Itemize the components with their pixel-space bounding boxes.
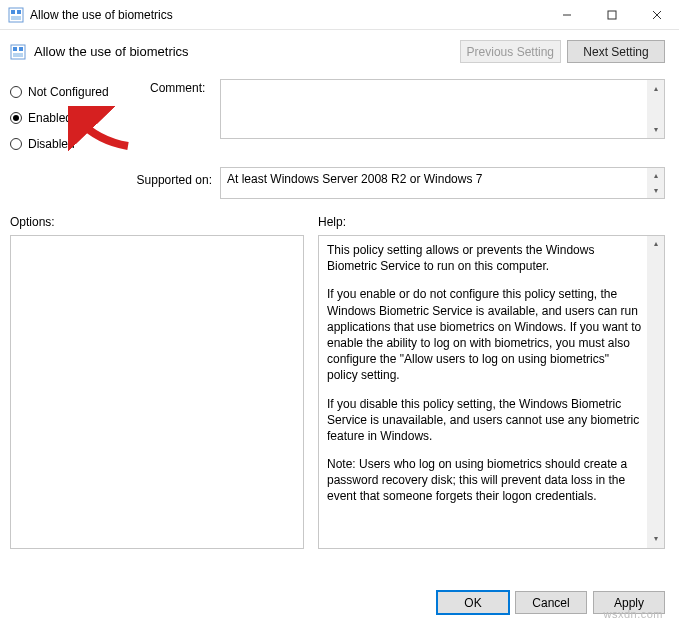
scroll-down-icon[interactable]: ▾	[647, 531, 664, 548]
help-paragraph: If you enable or do not configure this p…	[327, 286, 642, 383]
lower-panes: Options: Help: This policy setting allow…	[0, 199, 679, 549]
svg-rect-9	[13, 47, 17, 51]
radio-disabled[interactable]: Disabled	[10, 131, 150, 157]
radio-icon	[10, 138, 22, 150]
ok-button[interactable]: OK	[437, 591, 509, 614]
next-setting-button[interactable]: Next Setting	[567, 40, 665, 63]
svg-rect-1	[11, 10, 15, 14]
apply-button[interactable]: Apply	[593, 591, 665, 614]
minimize-button[interactable]	[544, 0, 589, 30]
svg-rect-10	[19, 47, 23, 51]
radio-enabled[interactable]: Enabled	[10, 105, 150, 131]
radio-group: Not Configured Enabled Disabled	[10, 79, 150, 157]
radio-label: Enabled	[28, 111, 72, 125]
svg-rect-11	[13, 53, 23, 57]
page-title: Allow the use of biometrics	[34, 44, 454, 59]
help-paragraph: If you disable this policy setting, the …	[327, 396, 642, 445]
titlebar: Allow the use of biometrics	[0, 0, 679, 30]
svg-rect-5	[608, 11, 616, 19]
window-title: Allow the use of biometrics	[30, 8, 544, 22]
help-box[interactable]: This policy setting allows or prevents t…	[318, 235, 665, 549]
radio-not-configured[interactable]: Not Configured	[10, 79, 150, 105]
policy-icon	[10, 44, 26, 60]
supported-value: At least Windows Server 2008 R2 or Windo…	[227, 172, 482, 186]
scroll-up-icon[interactable]: ▴	[647, 168, 664, 183]
help-pane: Help: This policy setting allows or prev…	[318, 215, 665, 549]
help-paragraph: Note: Users who log on using biometrics …	[327, 456, 642, 505]
supported-row: Supported on: At least Windows Server 20…	[0, 167, 679, 199]
supported-field[interactable]: At least Windows Server 2008 R2 or Windo…	[220, 167, 665, 199]
config-area: Not Configured Enabled Disabled Comment:…	[0, 73, 679, 157]
help-paragraph: This policy setting allows or prevents t…	[327, 242, 642, 274]
scrollbar[interactable]: ▴ ▾	[647, 236, 664, 548]
scroll-up-icon[interactable]: ▴	[647, 80, 664, 97]
cancel-button[interactable]: Cancel	[515, 591, 587, 614]
radio-label: Disabled	[28, 137, 75, 151]
footer-buttons: OK Cancel Apply	[437, 591, 665, 614]
options-label: Options:	[10, 215, 304, 229]
radio-icon	[10, 86, 22, 98]
comment-field[interactable]: ▴ ▾	[220, 79, 665, 139]
scroll-down-icon[interactable]: ▾	[647, 121, 664, 138]
radio-icon	[10, 112, 22, 124]
previous-setting-button[interactable]: Previous Setting	[460, 40, 561, 63]
options-pane: Options:	[10, 215, 304, 549]
scrollbar[interactable]: ▴ ▾	[647, 80, 664, 138]
svg-rect-3	[11, 16, 21, 20]
supported-label: Supported on:	[10, 167, 220, 199]
comment-label: Comment:	[150, 79, 220, 157]
app-icon	[8, 7, 24, 23]
options-box[interactable]	[10, 235, 304, 549]
radio-label: Not Configured	[28, 85, 109, 99]
scroll-down-icon[interactable]: ▾	[647, 183, 664, 198]
svg-rect-2	[17, 10, 21, 14]
scroll-up-icon[interactable]: ▴	[647, 236, 664, 253]
scrollbar[interactable]: ▴ ▾	[647, 168, 664, 198]
maximize-button[interactable]	[589, 0, 634, 30]
help-label: Help:	[318, 215, 665, 229]
close-button[interactable]	[634, 0, 679, 30]
header-row: Allow the use of biometrics Previous Set…	[0, 30, 679, 73]
